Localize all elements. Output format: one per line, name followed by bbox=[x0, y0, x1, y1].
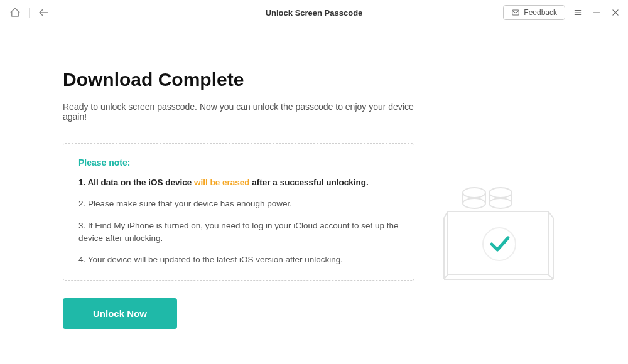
menu-icon bbox=[573, 8, 582, 17]
back-button[interactable] bbox=[35, 4, 52, 21]
svg-line-17 bbox=[548, 274, 553, 279]
home-icon bbox=[9, 7, 21, 18]
mail-icon bbox=[511, 8, 520, 17]
note-item-1-highlight: will be erased bbox=[194, 178, 250, 187]
window-title: Unlock Screen Passcode bbox=[266, 8, 363, 18]
titlebar-divider bbox=[29, 8, 30, 18]
svg-point-10 bbox=[463, 198, 485, 208]
note-box: Please note: 1. All data on the iOS devi… bbox=[63, 143, 414, 281]
unlock-button[interactable]: Unlock Now bbox=[63, 298, 177, 329]
content-area: Download Complete Ready to unlock screen… bbox=[0, 25, 628, 329]
feedback-label: Feedback bbox=[524, 8, 557, 17]
svg-point-21 bbox=[483, 228, 516, 260]
feedback-button[interactable]: Feedback bbox=[503, 5, 565, 20]
package-check-icon bbox=[443, 180, 562, 287]
titlebar-left bbox=[6, 4, 52, 21]
titlebar-right: Feedback bbox=[503, 4, 622, 21]
titlebar: Unlock Screen Passcode Feedback bbox=[0, 0, 628, 25]
close-button[interactable] bbox=[609, 4, 622, 21]
menu-button[interactable] bbox=[571, 4, 584, 21]
note-heading: Please note: bbox=[78, 158, 399, 168]
svg-point-8 bbox=[463, 188, 485, 198]
svg-point-9 bbox=[489, 188, 512, 198]
page-heading: Download Complete bbox=[63, 69, 414, 90]
main-column: Download Complete Ready to unlock screen… bbox=[63, 69, 414, 329]
page-subheading: Ready to unlock screen passcode. Now you… bbox=[63, 102, 414, 122]
minimize-button[interactable] bbox=[590, 4, 603, 21]
note-item-4: 4. Your device will be updated to the la… bbox=[78, 254, 399, 266]
note-item-1-after: after a successful unlocking. bbox=[250, 178, 369, 187]
close-icon bbox=[611, 8, 620, 17]
home-button[interactable] bbox=[6, 4, 24, 21]
minimize-icon bbox=[592, 8, 601, 17]
note-item-2: 2. Please make sure that your device has… bbox=[78, 198, 399, 210]
note-item-1: 1. All data on the iOS device will be er… bbox=[78, 176, 399, 189]
illustration bbox=[440, 69, 565, 329]
svg-point-11 bbox=[489, 198, 512, 208]
arrow-left-icon bbox=[37, 6, 50, 19]
note-item-3: 3. If Find My iPhone is turned on, you n… bbox=[78, 220, 399, 245]
note-item-1-before: 1. All data on the iOS device bbox=[78, 178, 194, 187]
